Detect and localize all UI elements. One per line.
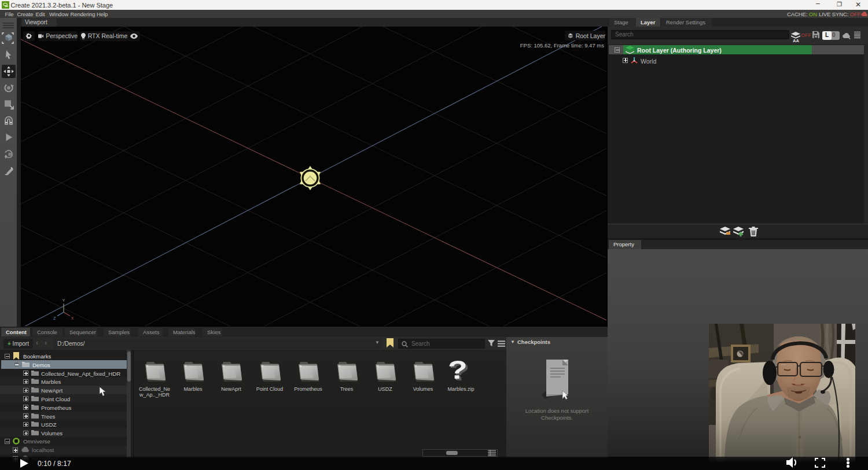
svg-text:AA: AA bbox=[793, 38, 799, 43]
svg-text:X: X bbox=[71, 316, 74, 321]
svg-text:Y: Y bbox=[62, 298, 65, 303]
svg-text:Z: Z bbox=[53, 316, 56, 321]
